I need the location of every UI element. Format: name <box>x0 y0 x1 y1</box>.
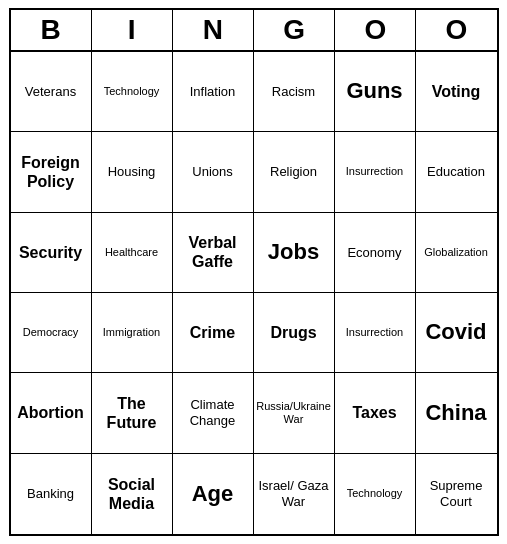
cell-text-17: Globalization <box>424 246 488 259</box>
bingo-grid: VeteransTechnologyInflationRacismGunsVot… <box>11 52 497 534</box>
cell-2: Inflation <box>173 52 254 132</box>
cell-text-28: Taxes <box>352 403 396 422</box>
cell-text-6: Foreign Policy <box>14 153 88 191</box>
cell-13: Healthcare <box>92 213 173 293</box>
cell-17: Globalization <box>416 213 497 293</box>
cell-text-0: Veterans <box>25 84 76 100</box>
cell-text-8: Unions <box>192 164 232 180</box>
cell-7: Housing <box>92 132 173 212</box>
cell-text-25: The Future <box>95 394 169 432</box>
cell-34: Technology <box>335 454 416 534</box>
cell-text-26: Climate Change <box>176 397 250 428</box>
cell-text-16: Economy <box>347 245 401 261</box>
cell-text-5: Voting <box>432 82 481 101</box>
header-letter-G-3: G <box>254 10 335 50</box>
cell-text-3: Racism <box>272 84 315 100</box>
cell-11: Education <box>416 132 497 212</box>
cell-30: Banking <box>11 454 92 534</box>
cell-text-29: China <box>425 400 486 426</box>
cell-27: Russia/Ukraine War <box>254 373 335 453</box>
cell-14: Verbal Gaffe <box>173 213 254 293</box>
cell-1: Technology <box>92 52 173 132</box>
cell-text-18: Democracy <box>23 326 79 339</box>
cell-23: Covid <box>416 293 497 373</box>
cell-22: Insurrection <box>335 293 416 373</box>
cell-6: Foreign Policy <box>11 132 92 212</box>
cell-text-1: Technology <box>104 85 160 98</box>
cell-8: Unions <box>173 132 254 212</box>
cell-16: Economy <box>335 213 416 293</box>
cell-19: Immigration <box>92 293 173 373</box>
header-letter-B-0: B <box>11 10 92 50</box>
cell-0: Veterans <box>11 52 92 132</box>
cell-21: Drugs <box>254 293 335 373</box>
cell-text-13: Healthcare <box>105 246 158 259</box>
cell-text-24: Abortion <box>17 403 84 422</box>
cell-text-23: Covid <box>425 319 486 345</box>
cell-text-21: Drugs <box>270 323 316 342</box>
cell-10: Insurrection <box>335 132 416 212</box>
cell-text-15: Jobs <box>268 239 319 265</box>
cell-text-27: Russia/Ukraine War <box>256 400 331 426</box>
cell-33: Israel/ Gaza War <box>254 454 335 534</box>
cell-text-11: Education <box>427 164 485 180</box>
header-letter-O-5: O <box>416 10 496 50</box>
cell-text-32: Age <box>192 481 234 507</box>
cell-text-19: Immigration <box>103 326 160 339</box>
header-letter-N-2: N <box>173 10 254 50</box>
cell-text-35: Supreme Court <box>419 478 494 509</box>
cell-3: Racism <box>254 52 335 132</box>
cell-text-20: Crime <box>190 323 235 342</box>
header-letter-O-4: O <box>335 10 416 50</box>
cell-text-4: Guns <box>346 78 402 104</box>
cell-text-10: Insurrection <box>346 165 403 178</box>
header-letter-I-1: I <box>92 10 173 50</box>
cell-20: Crime <box>173 293 254 373</box>
cell-text-34: Technology <box>347 487 403 500</box>
cell-text-9: Religion <box>270 164 317 180</box>
cell-text-14: Verbal Gaffe <box>176 233 250 271</box>
cell-28: Taxes <box>335 373 416 453</box>
cell-29: China <box>416 373 497 453</box>
cell-15: Jobs <box>254 213 335 293</box>
cell-32: Age <box>173 454 254 534</box>
cell-text-31: Social Media <box>95 475 169 513</box>
cell-25: The Future <box>92 373 173 453</box>
cell-26: Climate Change <box>173 373 254 453</box>
cell-9: Religion <box>254 132 335 212</box>
cell-text-33: Israel/ Gaza War <box>257 478 331 509</box>
cell-35: Supreme Court <box>416 454 497 534</box>
cell-12: Security <box>11 213 92 293</box>
cell-text-22: Insurrection <box>346 326 403 339</box>
cell-31: Social Media <box>92 454 173 534</box>
cell-18: Democracy <box>11 293 92 373</box>
cell-5: Voting <box>416 52 497 132</box>
bingo-header: BINGOO <box>11 10 497 52</box>
cell-text-30: Banking <box>27 486 74 502</box>
cell-text-7: Housing <box>108 164 156 180</box>
cell-24: Abortion <box>11 373 92 453</box>
bingo-card: BINGOO VeteransTechnologyInflationRacism… <box>9 8 499 536</box>
cell-4: Guns <box>335 52 416 132</box>
cell-text-12: Security <box>19 243 82 262</box>
cell-text-2: Inflation <box>190 84 236 100</box>
